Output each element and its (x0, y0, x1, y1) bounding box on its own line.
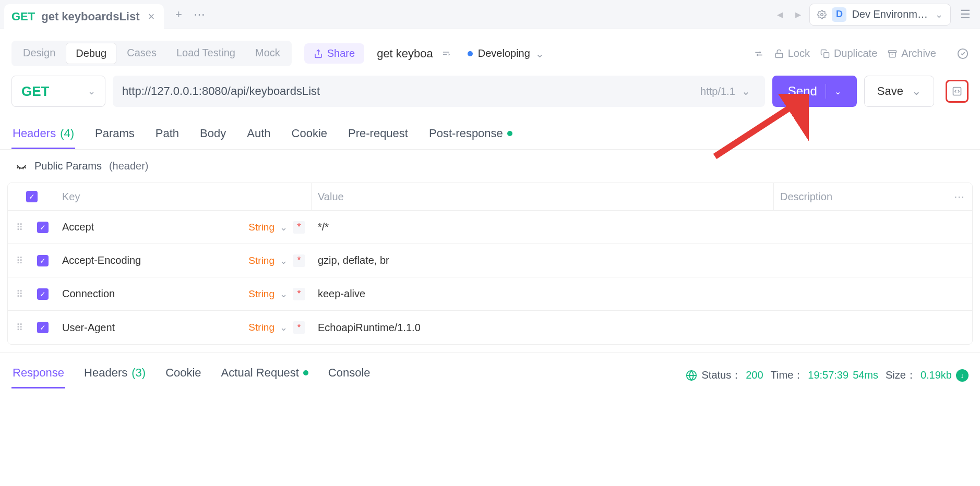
environment-selector[interactable]: D Dev Environm… ⌄ (809, 4, 951, 26)
status-label: Developing (478, 47, 530, 59)
row-key-cell[interactable]: Connection String ⌄ * (56, 288, 312, 300)
table-row: ⠿ ✓ Accept String ⌄ * */* (8, 211, 972, 244)
chevron-down-icon[interactable]: ⌄ (912, 84, 921, 98)
th-actions[interactable]: ⋯ (946, 183, 972, 210)
type-label: String (248, 288, 274, 300)
resp-tab-response[interactable]: Response (11, 362, 65, 388)
resp-tab-cookie[interactable]: Cookie (164, 362, 202, 388)
svg-line-17 (25, 166, 26, 168)
download-icon[interactable]: ↓ (956, 369, 969, 382)
tab-cases[interactable]: Cases (117, 43, 166, 64)
row-checkbox[interactable]: ✓ (31, 222, 56, 233)
th-description: Description (774, 183, 946, 210)
type-label: String (248, 322, 274, 333)
view-tabs: Design Debug Cases Load Testing Mock (11, 41, 292, 66)
env-badge: D (832, 7, 846, 22)
tab-method: GET (11, 10, 35, 23)
chevron-down-icon: ⌄ (535, 47, 544, 60)
time-value: 19:57:39 (808, 369, 848, 381)
duplicate-label: Duplicate (834, 47, 877, 59)
drag-handle-icon[interactable]: ⠿ (8, 222, 31, 233)
tab-pre-request[interactable]: Pre-request (347, 123, 409, 149)
validate-icon[interactable] (957, 48, 969, 59)
protocol-label: http/1.1 (700, 86, 735, 98)
row-value-cell[interactable]: keep-alive (312, 288, 774, 300)
archive-label: Archive (901, 47, 936, 59)
row-value-cell[interactable]: gzip, deflate, br (312, 254, 774, 266)
tab-load-testing[interactable]: Load Testing (167, 43, 245, 64)
tab-design[interactable]: Design (14, 43, 65, 64)
row-key-cell[interactable]: Accept String ⌄ * (56, 221, 312, 234)
tab-headers[interactable]: Headers (4) (11, 123, 75, 149)
nav-back-icon[interactable]: ◂ (773, 8, 787, 21)
type-label: String (248, 255, 274, 266)
resp-headers-count: (3) (132, 366, 146, 380)
drag-handle-icon[interactable]: ⠿ (8, 288, 31, 300)
archive-button[interactable]: Archive (888, 47, 936, 59)
svg-line-16 (23, 167, 23, 169)
drag-handle-icon[interactable]: ⠿ (8, 322, 31, 333)
chevron-down-icon: ⌄ (88, 86, 95, 97)
tab-body[interactable]: Body (199, 123, 227, 149)
add-tab-button[interactable]: + (168, 4, 189, 25)
tab-mock[interactable]: Mock (246, 43, 290, 64)
indicator-dot (507, 131, 512, 136)
svg-rect-8 (889, 51, 897, 53)
nav-forward-icon[interactable]: ▸ (791, 8, 805, 21)
globe-icon (686, 370, 697, 381)
chevron-down-icon: ⌄ (280, 322, 288, 333)
resp-tab-console[interactable]: Console (327, 362, 372, 388)
required-star-icon: * (293, 288, 305, 300)
th-checkbox[interactable]: ✓ (8, 183, 56, 210)
share-button[interactable]: Share (304, 43, 364, 64)
request-name-inline: get keyboa (377, 47, 433, 60)
code-panel-button[interactable] (946, 80, 969, 103)
edit-icon[interactable] (441, 49, 451, 58)
tab-post-response[interactable]: Post-response (428, 123, 513, 149)
url-input-wrap: http/1.1 ⌄ (113, 76, 765, 107)
request-tab[interactable]: GET get keyboardsList × (4, 4, 164, 29)
duplicate-button[interactable]: Duplicate (820, 47, 877, 59)
send-button[interactable]: Send ⌄ (772, 76, 857, 107)
row-checkbox[interactable]: ✓ (31, 322, 56, 333)
public-params-header[interactable]: Public Params (header) (0, 150, 980, 183)
tab-debug[interactable]: Debug (66, 43, 116, 64)
tab-params[interactable]: Params (94, 123, 136, 149)
table-row: ⠿ ✓ Accept-Encoding String ⌄ * gzip, def… (8, 244, 972, 277)
required-star-icon: * (293, 321, 305, 334)
size-value: 0.19kb (921, 369, 952, 381)
status-label: Status： (701, 368, 742, 382)
tab-cookie[interactable]: Cookie (291, 123, 328, 149)
type-label: String (248, 222, 274, 233)
save-button[interactable]: Save ⌄ (864, 76, 934, 107)
method-select[interactable]: GET ⌄ (11, 76, 105, 107)
row-checkbox[interactable]: ✓ (31, 255, 56, 266)
env-label: Dev Environm… (852, 8, 928, 20)
resp-tab-actual-request[interactable]: Actual Request (220, 362, 309, 388)
tab-path[interactable]: Path (154, 123, 180, 149)
status-dropdown[interactable]: Developing ⌄ (468, 47, 544, 60)
menu-icon[interactable]: ☰ (955, 8, 976, 21)
protocol-select[interactable]: http/1.1 ⌄ (695, 85, 756, 98)
url-input[interactable] (122, 84, 695, 98)
tab-auth[interactable]: Auth (246, 123, 271, 149)
close-icon[interactable]: × (146, 10, 157, 23)
row-value-cell[interactable]: */* (312, 221, 774, 233)
row-value-cell[interactable]: EchoapiRuntime/1.1.0 (312, 322, 774, 334)
row-key-cell[interactable]: User-Agent String ⌄ * (56, 321, 312, 334)
lock-button[interactable]: Lock (774, 47, 810, 59)
resp-tab-headers[interactable]: Headers (3) (83, 362, 147, 388)
tab-overflow-icon[interactable]: ⋯ (189, 4, 210, 25)
checkbox-icon[interactable]: ✓ (26, 191, 38, 202)
lock-label: Lock (788, 47, 810, 59)
eye-closed-icon (16, 161, 27, 172)
send-label: Send (788, 84, 817, 99)
sort-icon[interactable] (754, 48, 764, 59)
row-checkbox[interactable]: ✓ (31, 288, 56, 300)
chevron-down-icon[interactable]: ⌄ (834, 87, 841, 96)
headers-table: ✓ Key Value Description ⋯ ⠿ ✓ Accept Str… (7, 183, 973, 345)
key-text: User-Agent (62, 322, 115, 334)
row-key-cell[interactable]: Accept-Encoding String ⌄ * (56, 254, 312, 267)
key-text: Connection (62, 288, 115, 300)
drag-handle-icon[interactable]: ⠿ (8, 255, 31, 266)
